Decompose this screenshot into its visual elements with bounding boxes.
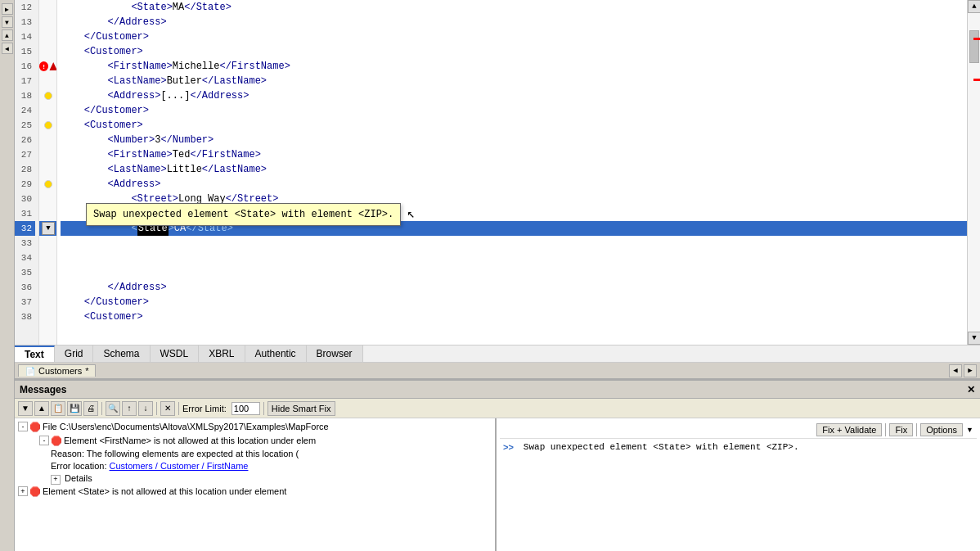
document-tab-bar: 📄 Customers * ◀ ▶ [15, 363, 980, 379]
doc-nav-right[interactable]: ▶ [964, 364, 977, 377]
msg-btn-save[interactable]: 💾 [67, 401, 82, 416]
error-expand-2[interactable]: + [18, 486, 28, 496]
gutter-cell-31 [39, 206, 57, 221]
fix-suggestion-area: >> Swap unexpected element <State> with … [500, 439, 977, 455]
msg-btn-expand-all[interactable]: ▼ [18, 401, 33, 416]
line-numbers: 12 13 14 15 16 17 18 24 25 26 27 28 29 3… [15, 0, 39, 345]
error-triangle-16 [49, 62, 57, 70]
code-line-27: <FirstName>Ted</FirstName> [61, 147, 967, 162]
code-line-17: <LastName>Butler</LastName> [61, 74, 967, 88]
error-expand-1[interactable]: - [18, 422, 28, 431]
gutter-cell-25[interactable] [39, 118, 57, 133]
error-location-link[interactable]: Customers / Customer / FirstName [110, 461, 249, 471]
error-marker-16[interactable]: ! [39, 61, 48, 71]
doc-icon: 📄 [25, 367, 35, 376]
sidebar-icon-3[interactable]: ▲ [2, 29, 13, 41]
scroll-thumb[interactable] [969, 30, 979, 63]
msg-btn-prev-error[interactable]: ↑ [122, 401, 137, 416]
error-subitem-1a[interactable]: - 🛑 Element <FirstName> is not allowed a… [16, 434, 493, 448]
smart-fix-actions: Fix + Validate Fix Options ▼ [500, 422, 977, 439]
code-line-18: <Address>[...]</Address> [61, 88, 967, 103]
msg-btn-copy[interactable]: 📋 [51, 401, 65, 416]
error-text-1a: Element <FirstName> is not allowed at th… [64, 435, 492, 447]
scroll-up-button[interactable]: ▲ [968, 0, 980, 13]
bookmark-18[interactable] [44, 92, 52, 100]
tab-text[interactable]: Text [15, 346, 55, 362]
bookmark-25[interactable] [44, 121, 52, 129]
gutter-cell-32[interactable]: ▼ [39, 221, 57, 236]
messages-panel: Messages ✕ ▼ ▲ 📋 💾 🖨 🔍 ↑ ↓ ✕ Error [15, 379, 980, 551]
error-icon-1: 🛑 [29, 421, 41, 432]
fix-arrow-icon: >> [503, 442, 514, 452]
toolbar-separator-2 [156, 402, 157, 415]
left-sidebar: ▶ ▼ ▲ ◀ [0, 0, 15, 551]
quick-fix-tooltip[interactable]: Swap unexpected element <State> with ele… [86, 203, 401, 226]
code-line-29: <Address> [61, 177, 967, 192]
gutter-cell-15 [39, 44, 57, 59]
action-separator-2 [916, 423, 917, 436]
options-dropdown-icon[interactable]: ▼ [966, 426, 973, 434]
hide-smart-fix-button[interactable]: Hide Smart Fix [267, 401, 335, 416]
tab-xbrl[interactable]: XBRL [199, 346, 245, 362]
tab-wsdl[interactable]: WSDL [151, 346, 200, 362]
error-limit-label: Error Limit: [182, 404, 227, 413]
code-line-35 [61, 265, 967, 280]
sidebar-icon-2[interactable]: ▼ [2, 16, 13, 28]
msg-btn-print[interactable]: 🖨 [83, 401, 98, 416]
sidebar-icon-4[interactable]: ◀ [2, 43, 13, 54]
gutter-cell-38 [39, 309, 57, 324]
error-text-2: Element <State> is not allowed at this l… [43, 486, 492, 498]
doc-tab-modified: * [85, 366, 88, 376]
tab-schema[interactable]: Schema [93, 346, 150, 362]
code-editor: 12 13 14 15 16 17 18 24 25 26 27 28 29 3… [15, 0, 980, 345]
tooltip-text: Swap unexpected element <State> with ele… [93, 209, 393, 220]
error-subitem-1b: Reason: The following elements are expec… [16, 448, 493, 460]
code-line-14: </Customer> [61, 29, 967, 44]
gutter-cell-37 [39, 295, 57, 309]
messages-close-button[interactable]: ✕ [967, 384, 975, 395]
code-line-38: <Customer> [61, 309, 967, 324]
view-tab-bar: Text Grid Schema WSDL XBRL Authentic Bro… [15, 345, 980, 363]
gutter-cell-13 [39, 15, 57, 29]
tab-grid[interactable]: Grid [55, 346, 94, 362]
code-line-16: <FirstName>Michelle</FirstName> [61, 59, 967, 74]
fix-validate-button[interactable]: Fix + Validate [816, 423, 882, 436]
gutter-cell-29[interactable] [39, 177, 57, 192]
sidebar-icon-1[interactable]: ▶ [2, 3, 13, 15]
doc-tab-customers[interactable]: 📄 Customers * [18, 364, 96, 377]
tab-authentic[interactable]: Authentic [245, 346, 307, 362]
error-item-2[interactable]: + 🛑 Element <State> is not allowed at th… [16, 485, 493, 499]
vertical-scrollbar[interactable]: ▲ ▼ [967, 0, 980, 345]
msg-btn-clear[interactable]: ✕ [160, 401, 175, 416]
details-expand[interactable]: + [51, 475, 61, 485]
tab-browser[interactable]: Browser [307, 346, 363, 362]
gutter-cell-34 [39, 251, 57, 265]
fix-button[interactable]: Fix [889, 423, 913, 436]
code-line-33 [61, 236, 967, 251]
bookmark-29[interactable] [44, 180, 52, 188]
scroll-track[interactable] [968, 13, 980, 332]
gutter-cell-26 [39, 133, 57, 147]
error-icon-2: 🛑 [29, 486, 41, 497]
msg-btn-search[interactable]: 🔍 [106, 401, 120, 416]
messages-header: Messages ✕ [15, 381, 980, 399]
messages-smart-fix: Fix + Validate Fix Options ▼ >> Swap une… [497, 418, 980, 551]
msg-btn-collapse-all[interactable]: ▲ [34, 401, 49, 416]
gutter-cell-36 [39, 280, 57, 295]
error-expand-1a[interactable]: - [39, 436, 49, 445]
toolbar-separator-1 [101, 402, 102, 415]
doc-nav-left[interactable]: ◀ [949, 364, 962, 377]
toolbar-separator-3 [178, 402, 179, 415]
gutter-cell-33 [39, 236, 57, 251]
error-item-1[interactable]: - 🛑 File C:\Users\enc\Documents\Altova\X… [16, 420, 493, 434]
options-button[interactable]: Options [920, 423, 963, 436]
msg-btn-next-error[interactable]: ↓ [138, 401, 153, 416]
error-marker-right-2 [973, 79, 980, 81]
error-limit-input[interactable] [232, 402, 260, 415]
messages-content: - 🛑 File C:\Users\enc\Documents\Altova\X… [15, 418, 980, 551]
gutter-cell-16[interactable]: ! [39, 59, 57, 74]
doc-nav: ◀ ▶ [949, 364, 980, 377]
gutter-cell-18[interactable] [39, 88, 57, 103]
scroll-down-button[interactable]: ▼ [968, 332, 980, 345]
quick-fix-dropdown[interactable]: ▼ [42, 222, 55, 235]
